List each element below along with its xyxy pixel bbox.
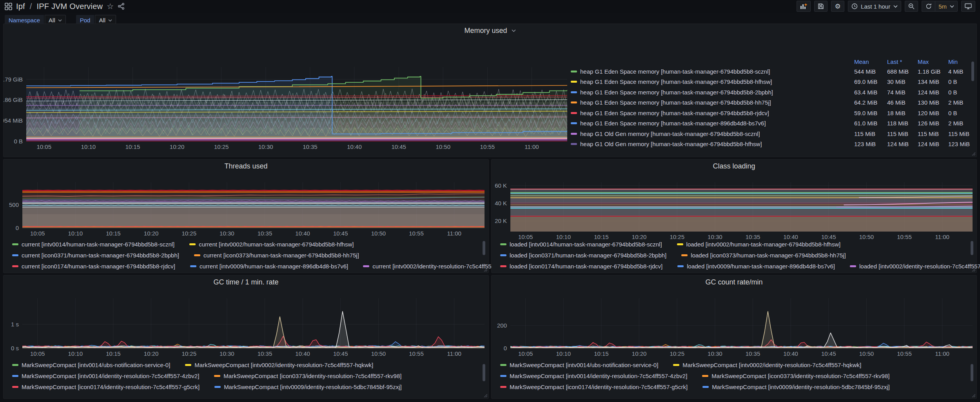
panel-title-gccount[interactable]: GC count rate/min xyxy=(492,278,976,286)
panel-title-gctime[interactable]: GC time / 1 min. rate xyxy=(4,278,488,286)
legend-item[interactable]: MarkSweepCompact [intv0009/identity-reso… xyxy=(214,384,402,390)
legend-scrollbar[interactable] xyxy=(971,364,973,381)
svg-text:10:40: 10:40 xyxy=(295,230,310,237)
series-label[interactable]: heap G1 Eden Space memory [human-task-ma… xyxy=(571,78,854,85)
memory-legend-table: MeanLast *MaxMinheap G1 Eden Space memor… xyxy=(571,57,972,149)
legend-item[interactable]: MarkSweepCompact [intv0014/identity-reso… xyxy=(12,373,199,379)
panel-resize-handle[interactable] xyxy=(972,394,976,398)
panel-title-classes[interactable]: Class loading xyxy=(492,162,976,170)
series-stat-value: 69.0 MiB xyxy=(854,78,887,85)
legend-item[interactable]: MarkSweepCompact [intv0009/identity-reso… xyxy=(702,384,890,390)
legend-sort-header[interactable]: Mean xyxy=(854,58,887,65)
series-label[interactable]: heap G1 Eden Space memory [human-task-ma… xyxy=(571,120,854,127)
legend-item[interactable]: loaded [intv0002/human-task-manager-6794… xyxy=(677,241,841,248)
svg-text:10:35: 10:35 xyxy=(746,350,760,357)
panel-memory-used: Memory used 0 B954 MiB1.86 GiB2.79 GiB10… xyxy=(3,24,977,157)
series-label[interactable]: heap G1 Eden Space memory [human-task-ma… xyxy=(571,99,854,106)
legend-scrollbar[interactable] xyxy=(971,62,974,81)
legend-sort-header[interactable]: Min xyxy=(948,58,972,65)
series-color-icon xyxy=(12,243,18,245)
legend-item[interactable]: loaded [intv0009/human-task-manager-896d… xyxy=(677,263,835,270)
dashboards-grid-icon[interactable] xyxy=(5,3,12,10)
svg-text:40 K: 40 K xyxy=(495,200,507,206)
legend-scrollbar[interactable] xyxy=(483,364,485,381)
legend-table-row[interactable]: heap G1 Old Gen memory [human-task-manag… xyxy=(571,129,972,139)
breadcrumb-folder[interactable]: Ipf xyxy=(16,2,25,11)
legend-item[interactable]: loaded [intv0002/identity-resolution-7c5… xyxy=(850,263,980,270)
legend-item[interactable]: MarkSweepCompact [intv0002/identity-reso… xyxy=(673,362,861,368)
legend-item[interactable]: MarkSweepCompact [intv0014/identity-reso… xyxy=(500,373,687,379)
legend-item[interactable]: current [icon0174/human-task-manager-679… xyxy=(12,263,175,270)
legend-table-row[interactable]: heap G1 Eden Space memory [human-task-ma… xyxy=(571,118,972,129)
legend-item[interactable]: current [intv0002/human-task-manager-679… xyxy=(189,241,354,248)
svg-text:10:45: 10:45 xyxy=(821,234,836,240)
refresh-interval-picker[interactable]: 5m xyxy=(935,1,958,12)
legend-item[interactable]: MarkSweepCompact [icon0373/identity-reso… xyxy=(702,373,889,379)
class-loading-chart[interactable]: 20 K40 K60 K10:0510:1010:1510:2010:2510:… xyxy=(492,170,977,249)
legend-item[interactable]: loaded [icon0174/human-task-manager-6794… xyxy=(500,263,662,270)
legend-table-row[interactable]: heap G1 Eden Space memory [human-task-ma… xyxy=(571,87,972,98)
panel-resize-handle[interactable] xyxy=(484,268,488,272)
legend-item[interactable]: current [intv0014/human-task-manager-679… xyxy=(12,241,174,248)
gc-time-chart[interactable]: 0 s1 s10:0510:1010:1510:2010:2510:3010:3… xyxy=(4,286,489,357)
svg-text:10:15: 10:15 xyxy=(106,230,121,237)
legend-item[interactable]: MarkSweepCompact [intv0014/ubs-notificat… xyxy=(500,362,658,368)
chevron-down-icon xyxy=(950,5,954,8)
legend-scrollbar[interactable] xyxy=(971,241,973,255)
series-label[interactable]: heap G1 Old Gen memory [human-task-manag… xyxy=(571,130,854,137)
legend-sort-header[interactable]: Last * xyxy=(887,58,918,65)
series-label[interactable]: heap G1 Eden Space memory [human-task-ma… xyxy=(571,89,854,96)
legend-sort-header[interactable]: Max xyxy=(918,58,948,65)
series-color-icon xyxy=(571,133,577,135)
add-panel-button[interactable] xyxy=(797,1,811,12)
panel-title-threads[interactable]: Threads used xyxy=(4,162,488,170)
threads-chart[interactable]: 050010:0510:1010:1510:2010:2510:3010:351… xyxy=(4,170,489,237)
legend-item[interactable]: loaded [intv0014/human-task-manager-6794… xyxy=(500,241,662,248)
legend-table-row[interactable]: heap G1 Old Gen memory [human-task-manag… xyxy=(571,139,972,150)
share-icon[interactable] xyxy=(118,3,125,10)
series-color-icon xyxy=(677,243,683,245)
legend-item[interactable]: current [icon0371/human-task-manager-679… xyxy=(12,252,179,259)
star-icon[interactable]: ☆ xyxy=(107,2,114,11)
series-name: current [icon0174/human-task-manager-679… xyxy=(22,263,175,270)
series-label[interactable]: heap G1 Eden Space memory [human-task-ma… xyxy=(571,110,854,116)
legend-table-row[interactable]: heap G1 Eden Space memory [human-task-ma… xyxy=(571,98,972,108)
legend-table-row[interactable]: heap G1 Eden Space memory [human-task-ma… xyxy=(571,108,972,118)
memory-chart[interactable]: 0 B954 MiB1.86 GiB2.79 GiB10:0510:1010:1… xyxy=(4,35,571,154)
dashboard-settings-button[interactable]: ⚙ xyxy=(831,1,844,12)
series-label[interactable]: heap G1 Eden Space memory [human-task-ma… xyxy=(571,68,854,75)
legend-item[interactable]: current [intv0009/human-task-manager-896… xyxy=(190,263,348,270)
gc-count-chart[interactable]: 020010:0510:1010:1510:2010:2510:3010:351… xyxy=(492,286,977,357)
series-color-icon xyxy=(500,254,506,256)
legend-scrollbar[interactable] xyxy=(483,241,485,255)
legend-item[interactable]: MarkSweepCompact [intv0014/ubs-notificat… xyxy=(12,362,170,368)
dashboard-title[interactable]: IPF JVM Overview xyxy=(36,2,103,11)
series-color-icon xyxy=(702,375,708,377)
legend-table-row[interactable]: heap G1 Eden Space memory [human-task-ma… xyxy=(571,66,972,77)
svg-text:10:30: 10:30 xyxy=(708,350,722,357)
legend-item[interactable]: current [icon0373/human-task-manager-679… xyxy=(194,252,359,259)
panel-title-text: Memory used xyxy=(464,27,507,34)
legend-item[interactable]: loaded [icon0373/human-task-manager-6794… xyxy=(681,252,846,259)
legend-item[interactable]: MarkSweepCompact [intv0002/identity-reso… xyxy=(185,362,373,368)
time-range-picker[interactable]: Last 1 hour xyxy=(848,1,901,12)
save-dashboard-button[interactable] xyxy=(814,1,828,12)
panel-title-text: Class loading xyxy=(713,162,755,170)
tv-mode-button[interactable] xyxy=(961,1,975,12)
panel-resize-handle[interactable] xyxy=(972,152,976,156)
svg-text:11:00: 11:00 xyxy=(524,143,539,150)
svg-text:10:20: 10:20 xyxy=(144,230,159,237)
zoom-out-time-button[interactable] xyxy=(905,1,918,12)
refresh-button[interactable] xyxy=(922,1,935,12)
legend-item[interactable]: MarkSweepCompact [icon0174/identity-reso… xyxy=(12,384,200,390)
panel-resize-handle[interactable] xyxy=(484,394,488,398)
series-label[interactable]: heap G1 Old Gen memory [human-task-manag… xyxy=(571,141,854,147)
legend-item[interactable]: MarkSweepCompact [icon0174/identity-reso… xyxy=(500,384,688,390)
panel-resize-handle[interactable] xyxy=(972,268,976,272)
panel-title-memory[interactable]: Memory used xyxy=(4,27,976,35)
legend-item[interactable]: loaded [icon0371/human-task-manager-6794… xyxy=(500,252,666,259)
legend-row: MarkSweepCompact [intv0014/ubs-notificat… xyxy=(12,361,475,369)
legend-table-row[interactable]: heap G1 Eden Space memory [human-task-ma… xyxy=(571,77,972,87)
legend-item[interactable]: MarkSweepCompact [icon0373/identity-reso… xyxy=(214,373,401,379)
series-name: current [intv0014/human-task-manager-679… xyxy=(22,241,174,248)
